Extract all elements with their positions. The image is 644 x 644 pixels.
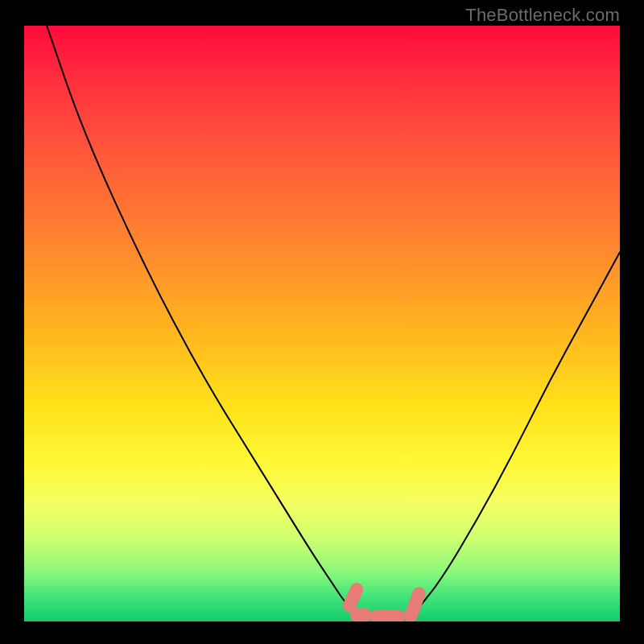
bottleneck-marker-1 <box>350 608 372 621</box>
curve-group <box>47 26 620 617</box>
watermark-text: TheBottleneck.com <box>465 5 620 26</box>
bottleneck-marker-3 <box>402 585 427 621</box>
series-right-branch <box>417 252 620 609</box>
chart-frame: TheBottleneck.com <box>0 0 644 644</box>
marker-group <box>341 581 427 621</box>
bottleneck-marker-2 <box>369 610 405 621</box>
curve-layer <box>24 26 620 621</box>
plot-area <box>24 26 620 621</box>
series-left-branch <box>47 26 357 613</box>
